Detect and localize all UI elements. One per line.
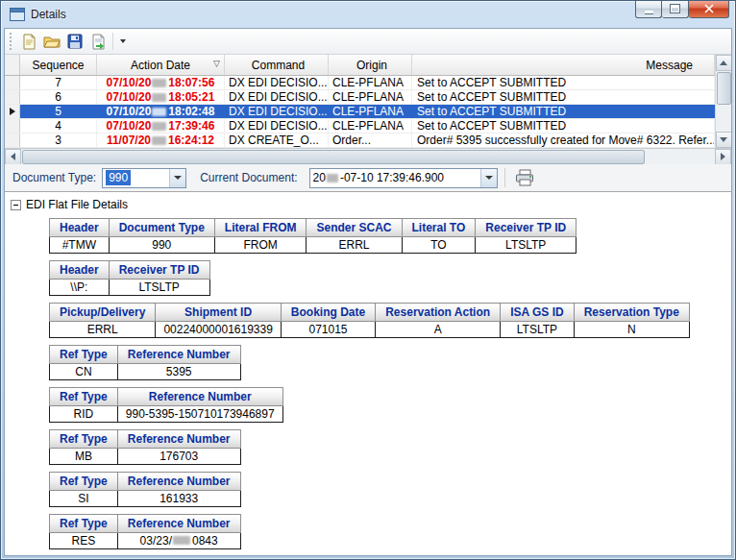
row-selector[interactable]: [5, 119, 20, 133]
current-row-arrow-icon: [10, 108, 15, 115]
edi-tables: Header Document Type Literal FROM Sender…: [49, 218, 731, 549]
segment-value: N: [574, 322, 689, 338]
cell-sequence: 3: [20, 134, 97, 147]
open-button[interactable]: [40, 31, 63, 52]
titlebar: Details: [1, 1, 735, 28]
toolbar-overflow-button[interactable]: [116, 31, 130, 52]
segment-header: Ref Type: [50, 515, 118, 533]
cell-command: DX EDI DECISIO...: [225, 76, 329, 89]
details-window: Details: [0, 0, 736, 560]
cell-origin: CLE-PFLANA: [329, 90, 412, 104]
export-button[interactable]: [86, 31, 110, 52]
table-row[interactable]: 3 11/07/2016:24:12 DX CREATE_O... Order.…: [5, 134, 715, 148]
segment-value: ERRL: [50, 322, 156, 338]
segment-value: \\P:: [50, 280, 110, 296]
cell-action-date: 07/10/2018:05:21: [97, 90, 225, 104]
column-header-sequence[interactable]: Sequence: [20, 55, 97, 75]
segment-value: #TMW: [50, 237, 110, 254]
current-document-dropdown-button[interactable]: [480, 169, 497, 187]
edi-segment-table: Pickup/Delivery Shipment ID Booking Date…: [49, 303, 690, 338]
segment-header: Shipment ID: [156, 304, 281, 322]
current-document-select[interactable]: 20-07-10 17:39:46.900: [309, 168, 498, 188]
column-header-origin[interactable]: Origin: [329, 55, 412, 75]
chevron-down-icon: [174, 176, 182, 180]
maximize-button[interactable]: [662, 0, 689, 18]
column-header-command[interactable]: Command: [225, 55, 329, 75]
event-grid: Sequence Action Date ▽ Command Origin Me…: [5, 55, 731, 148]
segment-value: 161933: [117, 491, 240, 507]
column-header-message[interactable]: Message: [412, 55, 715, 75]
minimize-button[interactable]: [635, 0, 662, 18]
segment-value: LTSLTP: [501, 322, 575, 338]
redacted-text: [152, 93, 166, 102]
segment-header: Reference Number: [117, 515, 240, 533]
cell-action-date: 11/07/2016:24:12: [97, 134, 225, 147]
column-header-selector[interactable]: [5, 55, 20, 75]
segment-header: Booking Date: [281, 304, 375, 322]
cell-origin: Order...: [329, 134, 412, 147]
chevron-down-icon: [485, 176, 493, 180]
row-selector[interactable]: [5, 134, 20, 147]
segment-header: Reservation Action: [376, 304, 501, 322]
table-row[interactable]: 4 07/10/2017:39:46 DX EDI DECISIO... CLE…: [5, 119, 715, 134]
cell-sequence: 5: [20, 105, 97, 118]
scroll-up-button[interactable]: [716, 55, 732, 71]
segment-value: 00224000001619339: [156, 322, 281, 338]
collapse-expander-icon[interactable]: [11, 200, 21, 210]
redacted-text: [152, 136, 166, 145]
document-type-dropdown-button[interactable]: [169, 169, 185, 187]
segment-header: Header: [50, 219, 110, 237]
maximize-icon: [671, 5, 679, 12]
row-selector[interactable]: [5, 90, 20, 104]
segment-header: Header: [50, 261, 110, 280]
table-row[interactable]: 7 07/10/2018:07:56 DX EDI DECISIO... CLE…: [5, 76, 715, 90]
new-button[interactable]: [17, 31, 40, 52]
horizontal-scrollbar[interactable]: [5, 148, 731, 164]
print-button[interactable]: [512, 166, 538, 189]
segment-value: A: [376, 322, 501, 338]
cell-message: Set to ACCEPT SUBMITTED: [412, 119, 715, 133]
row-selector[interactable]: [5, 105, 20, 118]
table-row[interactable]: 6 07/10/2018:05:21 DX EDI DECISIO... CLE…: [5, 90, 715, 105]
redacted-text: [152, 122, 166, 131]
edi-details-panel: EDI Flat File Details Header Document Ty…: [5, 192, 731, 555]
edi-ref-table: Ref Type Reference Number RID 990-5395-1…: [49, 387, 283, 423]
cell-sequence: 7: [20, 76, 97, 89]
segment-value: MB: [50, 449, 118, 465]
cell-command: DX EDI DECISIO...: [225, 105, 329, 118]
segment-header: Reference Number: [117, 346, 240, 364]
row-selector[interactable]: [5, 76, 20, 89]
document-type-select[interactable]: 990: [102, 168, 186, 188]
segment-value: RID: [50, 406, 118, 423]
chevron-down-icon: [120, 39, 126, 43]
close-button[interactable]: [689, 0, 729, 18]
table-row-selected[interactable]: 5 07/10/2018:02:48 DX EDI DECISIO... CLE…: [5, 105, 715, 119]
column-header-action-date[interactable]: Action Date ▽: [97, 55, 225, 75]
window-title: Details: [31, 8, 66, 21]
segment-value: FROM: [214, 237, 307, 254]
segment-header: Reservation Type: [574, 304, 689, 322]
caption-buttons: [635, 0, 729, 18]
segment-value: 071015: [281, 322, 375, 338]
segment-value: RES: [50, 533, 118, 549]
segment-header: Reference Number: [117, 388, 282, 406]
scroll-left-button[interactable]: [5, 149, 21, 165]
scroll-right-button[interactable]: [715, 149, 731, 165]
minimize-icon: [645, 11, 653, 13]
vertical-scrollbar[interactable]: [715, 55, 731, 148]
edi-ref-table: Ref Type Reference Number MB 176703: [49, 429, 241, 465]
vertical-scroll-thumb[interactable]: [717, 72, 731, 105]
edi-ref-table: Ref Type Reference Number RES 03/23/0843: [49, 514, 241, 549]
segment-header: Ref Type: [50, 388, 118, 406]
segment-header: Ref Type: [50, 430, 118, 449]
save-icon: [67, 34, 83, 49]
cell-command: DX CREATE_O...: [225, 134, 329, 147]
window-body: Sequence Action Date ▽ Command Origin Me…: [4, 28, 732, 556]
toolbar-grip: [10, 33, 14, 50]
redacted-text: [173, 536, 190, 545]
horizontal-scroll-thumb[interactable]: [22, 150, 645, 164]
scroll-down-button[interactable]: [716, 132, 732, 148]
export-icon: [90, 34, 107, 50]
cell-message: Order# 5395 successfully created for Mov…: [412, 134, 715, 147]
save-button[interactable]: [63, 31, 86, 52]
